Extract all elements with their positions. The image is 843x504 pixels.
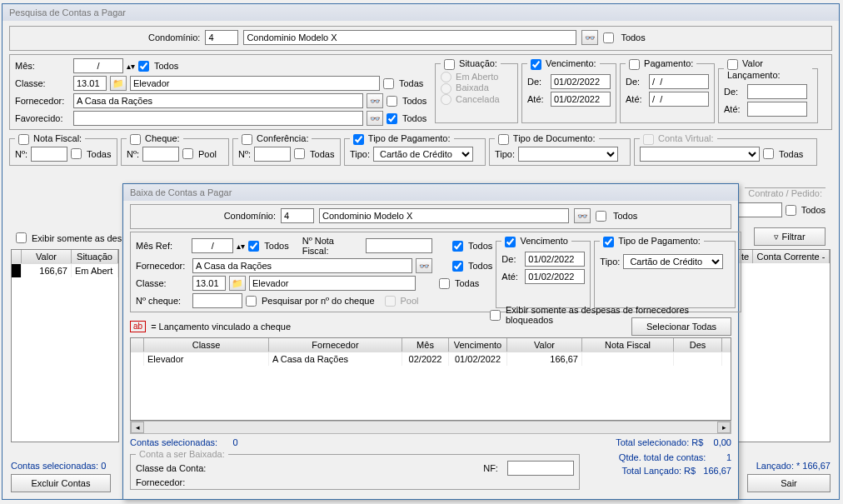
fornecedor-input[interactable] — [73, 93, 363, 108]
baixa-mes-todos[interactable] — [248, 241, 259, 252]
baixa-grid[interactable]: Classe Fornecedor Mês Vencimento Valor N… — [130, 337, 731, 421]
exibir-check[interactable] — [16, 232, 27, 243]
favorecido-input[interactable] — [73, 111, 363, 126]
mes-input[interactable] — [73, 58, 123, 73]
binoculars-icon[interactable]: 👓 — [367, 111, 383, 126]
situacao-check[interactable] — [444, 59, 455, 70]
scroll-left-icon[interactable]: ◂ — [131, 422, 144, 433]
fornecedor-todos-check[interactable] — [387, 96, 397, 107]
folder-icon[interactable]: 📁 — [110, 76, 127, 91]
classe-todas-check[interactable] — [383, 78, 394, 89]
baixa-venc-fieldset: Vencimento De: Até: — [496, 236, 591, 308]
filtrar-button[interactable]: ▿ Filtrar — [754, 227, 826, 246]
venc-de-input[interactable] — [551, 74, 611, 89]
binoculars-icon[interactable]: 👓 — [416, 258, 432, 273]
pag-ate-input[interactable] — [649, 92, 709, 107]
baixa-exibir-bloq[interactable] — [490, 310, 501, 321]
baixa-forn-todos[interactable] — [452, 261, 463, 272]
cheque-input[interactable] — [142, 147, 179, 162]
vl-de-input[interactable] — [747, 84, 807, 99]
cond-label: Condomínio: — [148, 32, 200, 42]
conf-input[interactable] — [254, 147, 291, 162]
pag-de-input[interactable] — [649, 74, 709, 89]
scroll-right-icon[interactable]: ▸ — [717, 422, 731, 433]
contrato-input[interactable] — [732, 202, 782, 217]
venc-ate-input[interactable] — [551, 92, 611, 107]
cond-name-input[interactable] — [243, 30, 576, 45]
tipo-pag-select[interactable]: Cartão de Crédito — [373, 147, 473, 162]
conferencia-check[interactable] — [242, 134, 252, 145]
conta-virtual-todas-check[interactable] — [763, 148, 774, 159]
tipo-doc-select[interactable] — [518, 147, 618, 162]
main-content: Condomínio: 👓 Todos Mês: ▴▾ Todos — [2, 21, 839, 171]
favorecido-todos-check[interactable] — [387, 113, 397, 124]
fornecedor-todos-label: Todos — [402, 96, 426, 106]
baixa-venc-ate[interactable] — [525, 269, 585, 284]
conferencia-fieldset: Conferência: Nº: Todas — [232, 133, 341, 166]
conf-todas-check[interactable] — [294, 148, 305, 159]
baixa-fornecedor-input[interactable] — [192, 258, 412, 273]
baixa-classe-todas[interactable] — [439, 278, 450, 289]
classe-name-input[interactable] — [130, 76, 380, 91]
baixa-venc-de[interactable] — [525, 252, 585, 267]
pagamento-check[interactable] — [629, 59, 640, 70]
baixa-filter-fieldset: Mês Ref: ▴▾ Todos Nº Nota Fiscal: Todos … — [130, 232, 741, 312]
baixa-cond-num[interactable] — [281, 208, 314, 223]
baixa-cheque-input[interactable] — [192, 293, 242, 308]
situacao-em-aberto-radio — [441, 72, 451, 82]
cond-todos-check[interactable] — [603, 32, 614, 43]
pagamento-fieldset: Pagamento: De: Até: — [620, 58, 715, 123]
baixa-pesq-cheque[interactable] — [246, 296, 257, 307]
table-row[interactable]: Elevador A Casa da Rações 02/2022 01/02/… — [131, 352, 731, 366]
main-title: Pesquisa de Contas a Pagar — [9, 7, 126, 17]
baixa-pool — [385, 296, 396, 307]
valor-lanc-check[interactable] — [727, 59, 738, 70]
baixa-tipo-pag-fieldset: Tipo de Pagamento: Tipo: Cartão de Crédi… — [594, 236, 736, 308]
fornecedor-label: Fornecedor: — [15, 96, 70, 106]
classe-num-input[interactable] — [73, 76, 107, 91]
vencimento-check[interactable] — [531, 59, 541, 70]
contrato-todos-check[interactable] — [786, 205, 796, 216]
nf-input[interactable] — [31, 147, 67, 162]
baixa-venc-check[interactable] — [505, 237, 516, 247]
binoculars-icon[interactable]: 👓 — [581, 30, 598, 45]
baixa-cond-todos[interactable] — [596, 211, 606, 222]
main-titlebar: Pesquisa de Contas a Pagar — [2, 4, 839, 21]
situacao-cancelada-radio — [441, 94, 451, 105]
baixa-grid-scrollbar[interactable]: ◂ ▸ — [130, 421, 731, 434]
mes-label: Mês: — [15, 61, 70, 71]
funnel-icon: ▿ — [774, 232, 779, 242]
situacao-legend: Situação: — [459, 58, 497, 68]
cheque-fieldset: Cheque: Nº: Pool — [121, 133, 229, 166]
baixa-cond-name[interactable] — [319, 208, 569, 223]
baixa-nf-input[interactable] — [366, 238, 432, 253]
baixa-classe-num[interactable] — [192, 276, 226, 291]
cheque-check[interactable] — [130, 134, 141, 145]
excluir-contas-button[interactable]: Excluir Contas — [11, 474, 111, 492]
conta-virtual-select[interactable] — [640, 147, 760, 162]
baixa-footer: Contas selecionadas: 0 Conta a ser Baixa… — [130, 437, 731, 490]
mes-todos-label: Todos — [154, 61, 178, 71]
mes-spinner-icon[interactable]: ▴▾ — [237, 242, 245, 251]
baixa-nf-footer-input[interactable] — [507, 461, 574, 476]
baixa-nf-todos[interactable] — [452, 241, 463, 252]
nf-todas-check[interactable] — [71, 148, 82, 159]
tipo-pag-check[interactable] — [353, 134, 364, 145]
nf-check[interactable] — [18, 134, 29, 145]
mes-todos-check[interactable] — [138, 61, 149, 72]
baixa-tipo-pag-select[interactable]: Cartão de Crédito — [623, 254, 723, 269]
cheque-pool-check[interactable] — [182, 148, 193, 159]
baixa-mes-input[interactable] — [192, 238, 233, 253]
baixa-classe-name[interactable] — [249, 276, 416, 291]
binoculars-icon[interactable]: 👓 — [574, 208, 591, 223]
cond-num-input[interactable] — [205, 30, 238, 45]
classe-todas-label: Todas — [399, 78, 423, 88]
mes-spinner-icon[interactable]: ▴▾ — [127, 62, 135, 71]
baixa-tipo-pag-check[interactable] — [603, 237, 614, 247]
binoculars-icon[interactable]: 👓 — [367, 93, 383, 108]
tipo-doc-check[interactable] — [498, 134, 509, 145]
folder-icon[interactable]: 📁 — [229, 276, 246, 291]
sair-button[interactable]: Sair — [747, 474, 831, 492]
baixa-titlebar: Baixa de Contas a Pagar — [123, 184, 738, 201]
vl-ate-input[interactable] — [747, 102, 807, 117]
